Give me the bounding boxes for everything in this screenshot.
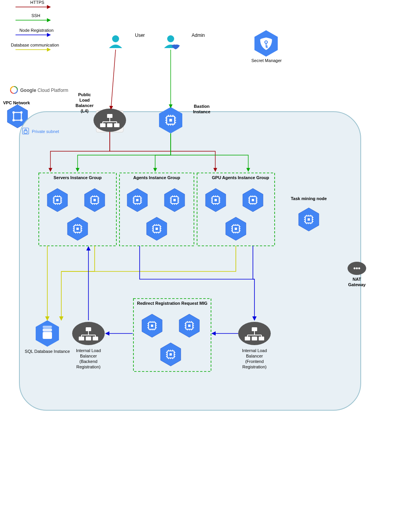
architecture-diagram: HTTPS SSH Node Registration Database com…	[0, 0, 410, 532]
sql-db-label: SQL Database Instance	[25, 349, 70, 354]
ilb-front-l1: Internal Load	[242, 348, 267, 353]
nat-l1: NAT	[353, 277, 361, 282]
legend-node-reg: Node Registration	[19, 28, 54, 33]
ilb-front-l3: (Frontend	[245, 359, 264, 364]
ilb-frontend-icon	[238, 322, 271, 345]
ilb-back-l3: (Backend	[80, 359, 97, 364]
legend-db-comm: Database communication	[11, 43, 59, 47]
vpc-label: VPC Network	[3, 100, 30, 105]
servers-group-label: Servers Instance Group	[54, 175, 102, 180]
ilb-back-l2: Balancer	[80, 354, 97, 358]
user-label: User	[135, 33, 145, 38]
public-lb-icon	[93, 109, 126, 132]
gcp-brand: Google Cloud Platform	[20, 88, 68, 93]
public-lb-l2: Load	[80, 98, 90, 102]
redirect-mig-label: Redirect Registration Request MIG	[137, 301, 208, 306]
legend-ssh: SSH	[31, 13, 40, 18]
ilb-back-l4: Registration)	[76, 364, 100, 369]
secret-manager-icon	[254, 30, 278, 57]
user-icon	[109, 35, 122, 48]
ilb-backend-icon	[72, 322, 105, 345]
secret-manager-label: Secret Manager	[251, 58, 282, 63]
ilb-front-l4: Registration)	[242, 364, 266, 369]
private-subnet-label: Private subnet	[32, 129, 59, 134]
legend-https: HTTPS	[30, 0, 44, 5]
task-mining-label: Task mining node	[291, 196, 327, 201]
vpc-panel	[19, 112, 361, 410]
ilb-front-l2: Balancer	[246, 354, 263, 358]
gcp-logo	[10, 86, 17, 93]
public-lb-l1: Public	[78, 92, 91, 97]
nat-l2: Gateway	[348, 282, 366, 287]
nat-icon	[348, 262, 366, 275]
ilb-back-l1: Internal Load	[76, 348, 101, 353]
bastion-l1: Bastion	[194, 104, 210, 109]
admin-label: Admin	[192, 33, 205, 38]
legend: HTTPS SSH Node Registration Database com…	[11, 0, 59, 50]
public-lb-l3: Balancer	[76, 103, 94, 108]
edge-user-lb	[111, 50, 116, 109]
gpu-group-label: GPU Agents Instance Group	[212, 175, 269, 180]
admin-icon	[164, 35, 180, 49]
bastion-l2: Instance	[193, 109, 211, 114]
agents-group-label: Agents Instance Group	[133, 175, 180, 180]
public-lb-l4: (L4)	[81, 109, 89, 113]
